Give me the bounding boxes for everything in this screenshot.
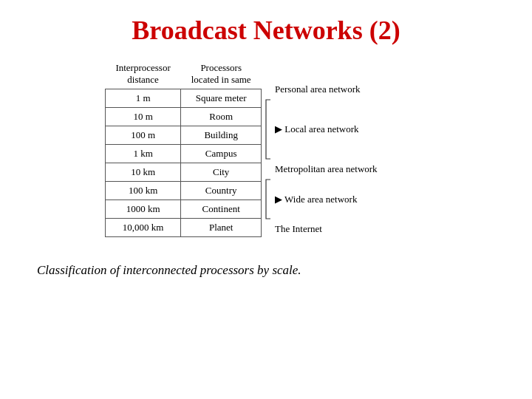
caption: Classification of interconnected process… <box>37 263 301 278</box>
table-row: 100 km Country <box>105 182 261 200</box>
cell-distance: 1 m <box>105 89 180 108</box>
cell-distance: 100 km <box>105 182 180 200</box>
cell-distance: 10 m <box>105 108 180 126</box>
main-table: Interprocessordistance Processorslocated… <box>105 59 262 237</box>
cell-distance: 10 km <box>105 163 180 182</box>
cell-location: Campus <box>181 145 262 163</box>
example-metro: Metropolitan area network <box>275 163 378 174</box>
table-wrapper: Interprocessordistance Processorslocated… <box>105 59 427 244</box>
example-wide: ▶ Wide area network <box>275 194 358 205</box>
cell-location: Room <box>181 108 262 126</box>
cell-location: Country <box>181 182 262 200</box>
cell-location: Continent <box>181 200 262 219</box>
brace-wide <box>266 180 270 219</box>
col-header-location: Processorslocated in same <box>181 59 262 89</box>
cell-location: Planet <box>181 219 262 237</box>
example-local: ▶ Local area network <box>275 123 359 134</box>
cell-distance: 100 m <box>105 126 180 145</box>
page-title: Broadcast Networks (2) <box>132 15 400 46</box>
table-row: 1000 km Continent <box>105 200 261 219</box>
table-row: 10 m Room <box>105 108 261 126</box>
table-row: 1 km Campus <box>105 145 261 163</box>
cell-distance: 1 km <box>105 145 180 163</box>
table-row: 1 m Square meter <box>105 89 261 108</box>
caption-text: Classification of interconnected process… <box>37 263 301 277</box>
cell-location: Building <box>181 126 262 145</box>
cell-location: Square meter <box>181 89 262 108</box>
col-header-distance: Interprocessordistance <box>105 59 180 89</box>
cell-location: City <box>181 163 262 182</box>
right-annotations-svg: Personal area network ▶ Local area netwo… <box>265 59 427 244</box>
brace-local <box>266 100 270 159</box>
example-personal: Personal area network <box>275 83 361 95</box>
table-row: 10 km City <box>105 163 261 182</box>
table-row: 100 m Building <box>105 126 261 145</box>
table-row: 10,000 km Planet <box>105 219 261 237</box>
cell-distance: 10,000 km <box>105 219 180 237</box>
example-internet: The Internet <box>275 223 322 234</box>
cell-distance: 1000 km <box>105 200 180 219</box>
